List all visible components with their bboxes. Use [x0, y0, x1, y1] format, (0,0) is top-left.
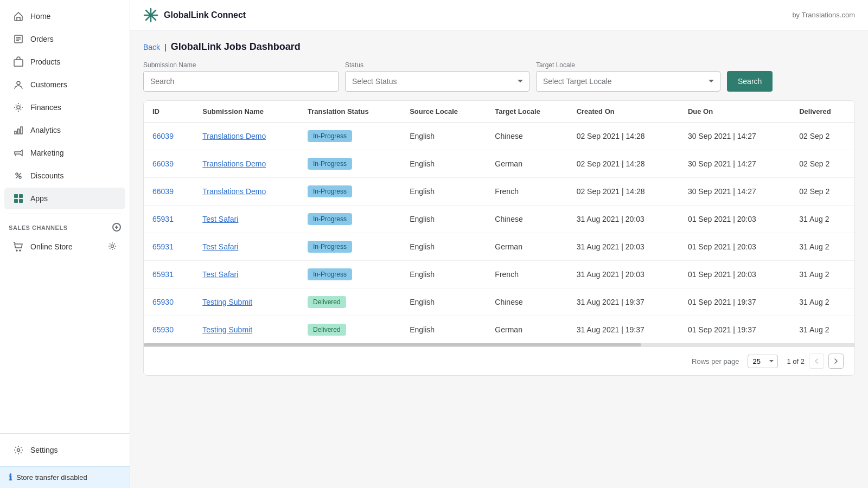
svg-point-7 — [16, 173, 18, 175]
online-store-icon — [13, 241, 24, 252]
products-icon — [13, 56, 24, 67]
sidebar-divider — [9, 214, 121, 214]
svg-rect-12 — [19, 199, 23, 203]
svg-point-8 — [19, 176, 21, 178]
cell-source: English — [401, 261, 486, 288]
id-link[interactable]: 66039 — [152, 132, 174, 140]
col-translation-status: Translation Status — [299, 101, 401, 123]
rows-per-page-select[interactable]: 25 10 50 100 — [748, 355, 778, 368]
svg-rect-6 — [21, 127, 22, 134]
table-row: 66039 Translations Demo In-Progress Engl… — [144, 178, 854, 206]
status-badge: In-Progress — [308, 158, 352, 170]
status-select[interactable]: Select Status In-Progress Delivered — [345, 71, 529, 92]
name-link[interactable]: Test Safari — [202, 270, 238, 279]
col-source-locale: Source Locale — [401, 101, 486, 123]
id-link[interactable]: 65930 — [152, 298, 174, 306]
name-link[interactable]: Testing Submit — [202, 298, 252, 306]
sidebar-item-online-store[interactable]: Online Store — [4, 236, 125, 258]
cell-delivered: 02 Sep 2 — [790, 123, 854, 150]
sidebar-item-analytics[interactable]: Analytics — [4, 119, 125, 141]
cell-created: 31 Aug 2021 | 19:37 — [568, 288, 679, 316]
table-row: 65931 Test Safari In-Progress English Ge… — [144, 233, 854, 261]
name-link[interactable]: Translations Demo — [202, 159, 266, 168]
cell-status: In-Progress — [299, 233, 401, 261]
cell-id: 66039 — [144, 123, 194, 150]
cell-source: English — [401, 123, 486, 150]
status-badge: In-Progress — [308, 241, 352, 253]
cell-due: 30 Sep 2021 | 14:27 — [679, 150, 790, 178]
cell-id: 66039 — [144, 150, 194, 178]
name-link[interactable]: Translations Demo — [202, 187, 266, 196]
info-icon: ℹ — [9, 472, 12, 483]
sidebar-item-finances[interactable]: Finances — [4, 97, 125, 118]
svg-point-15 — [20, 250, 21, 251]
cell-target: Chinese — [486, 123, 567, 150]
table-scroll-area[interactable]: ID Submission Name Translation Status So… — [144, 101, 854, 343]
online-store-settings-icon[interactable] — [108, 242, 117, 252]
cell-name: Translations Demo — [194, 150, 299, 178]
id-link[interactable]: 65931 — [152, 215, 174, 223]
table-row: 66039 Translations Demo In-Progress Engl… — [144, 150, 854, 178]
cell-created: 31 Aug 2021 | 20:03 — [568, 206, 679, 233]
sidebar-item-customers[interactable]: Customers — [4, 74, 125, 95]
prev-page-button[interactable] — [809, 354, 824, 369]
sidebar-item-home[interactable]: Home — [4, 5, 125, 27]
name-link[interactable]: Test Safari — [202, 215, 238, 223]
page-info: 1 of 2 — [787, 357, 805, 365]
status-badge: In-Progress — [308, 185, 352, 197]
sidebar-item-apps[interactable]: Apps — [4, 188, 125, 209]
name-link[interactable]: Testing Submit — [202, 325, 252, 334]
svg-point-3 — [17, 106, 20, 109]
sidebar-item-products-label: Products — [30, 57, 60, 66]
name-link[interactable]: Test Safari — [202, 242, 238, 251]
add-sales-channel-icon[interactable] — [112, 223, 121, 233]
sidebar: Home Orders Products — [0, 0, 130, 488]
sidebar-item-finances-label: Finances — [30, 103, 61, 112]
sales-channels-label: SALES CHANNELS — [9, 224, 68, 231]
cell-source: English — [401, 288, 486, 316]
id-link[interactable]: 66039 — [152, 159, 174, 168]
cell-name: Test Safari — [194, 233, 299, 261]
cell-delivered: 31 Aug 2 — [790, 233, 854, 261]
sidebar-item-products[interactable]: Products — [4, 51, 125, 73]
locale-select[interactable]: Select Target Locale Chinese German Fren… — [536, 71, 720, 92]
status-badge: In-Progress — [308, 213, 352, 225]
col-delivered: Delivered — [790, 101, 854, 123]
name-link[interactable]: Translations Demo — [202, 132, 266, 140]
cell-name: Test Safari — [194, 261, 299, 288]
settings-label: Settings — [30, 446, 58, 454]
id-link[interactable]: 66039 — [152, 187, 174, 196]
table-row: 65930 Testing Submit Delivered English G… — [144, 316, 854, 344]
cell-delivered: 02 Sep 2 — [790, 150, 854, 178]
id-link[interactable]: 65930 — [152, 325, 174, 334]
cell-status: In-Progress — [299, 261, 401, 288]
cell-due: 01 Sep 2021 | 20:03 — [679, 233, 790, 261]
cell-target: German — [486, 233, 567, 261]
back-link[interactable]: Back — [143, 43, 160, 52]
cell-created: 02 Sep 2021 | 14:28 — [568, 150, 679, 178]
cell-created: 02 Sep 2021 | 14:28 — [568, 123, 679, 150]
submission-name-input[interactable] — [143, 71, 339, 92]
cell-source: English — [401, 178, 486, 206]
sidebar-item-apps-label: Apps — [30, 194, 48, 203]
sidebar-item-marketing[interactable]: Marketing — [4, 142, 125, 164]
next-page-button[interactable] — [828, 354, 844, 369]
sidebar-item-orders[interactable]: Orders — [4, 28, 125, 50]
finances-icon — [13, 102, 24, 113]
id-link[interactable]: 65931 — [152, 242, 174, 251]
col-target-locale: Target Locale — [486, 101, 567, 123]
pagination: 1 of 2 — [787, 354, 844, 369]
sidebar-item-discounts[interactable]: Discounts — [4, 165, 125, 187]
cell-name: Testing Submit — [194, 316, 299, 344]
topbar-logo-text: GlobalLink Connect — [164, 10, 246, 20]
jobs-table-wrapper: ID Submission Name Translation Status So… — [143, 100, 855, 376]
id-link[interactable]: 65931 — [152, 270, 174, 279]
search-button[interactable]: Search — [727, 71, 773, 92]
cell-created: 31 Aug 2021 | 20:03 — [568, 233, 679, 261]
cell-delivered: 31 Aug 2 — [790, 288, 854, 316]
sidebar-item-settings[interactable]: Settings — [4, 439, 125, 461]
sales-channels-section: SALES CHANNELS — [0, 219, 130, 235]
cell-delivered: 31 Aug 2 — [790, 261, 854, 288]
table-header-row: ID Submission Name Translation Status So… — [144, 101, 854, 123]
cell-target: French — [486, 261, 567, 288]
